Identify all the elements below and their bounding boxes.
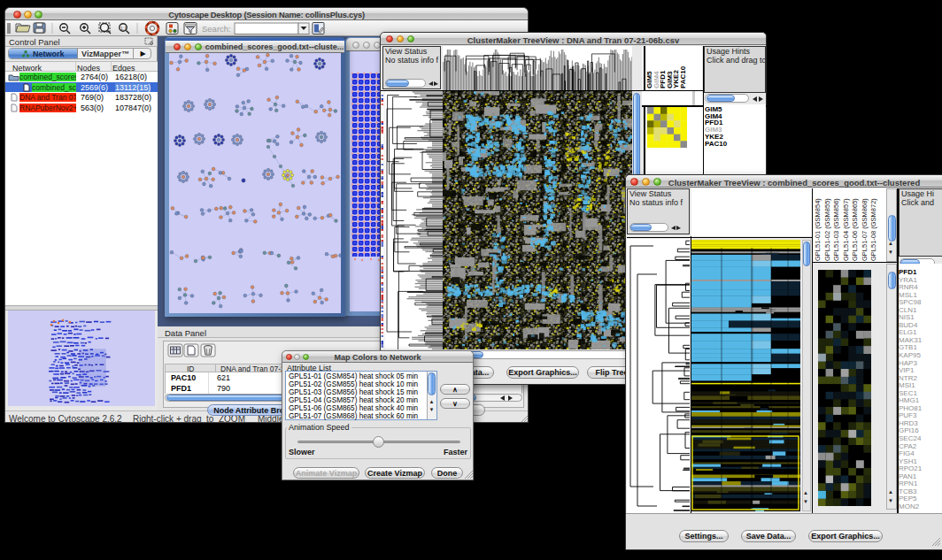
svg-text:GPL51-02 (GSM855): GPL51-02 (GSM855) [823, 198, 831, 261]
svg-text:GPL51-01 (GSM854): GPL51-01 (GSM854) [814, 198, 822, 261]
svg-text:GPL51-03 (GSM856): GPL51-03 (GSM856) [832, 198, 840, 261]
svg-text:1:1: 1:1 [120, 26, 127, 31]
svg-text:GPL51-08 (GSM872): GPL51-08 (GSM872) [869, 198, 877, 261]
svg-text:GPL51-04 (GSM857): GPL51-04 (GSM857) [842, 198, 850, 261]
svg-text:GPL51-07 (GSM868): GPL51-07 (GSM868) [861, 198, 869, 261]
svg-text:Search:: Search: [202, 24, 231, 34]
svg-text:GPL51-06 (GSM865): GPL51-06 (GSM865) [851, 198, 859, 261]
svg-text:PAC10: PAC10 [679, 65, 687, 88]
